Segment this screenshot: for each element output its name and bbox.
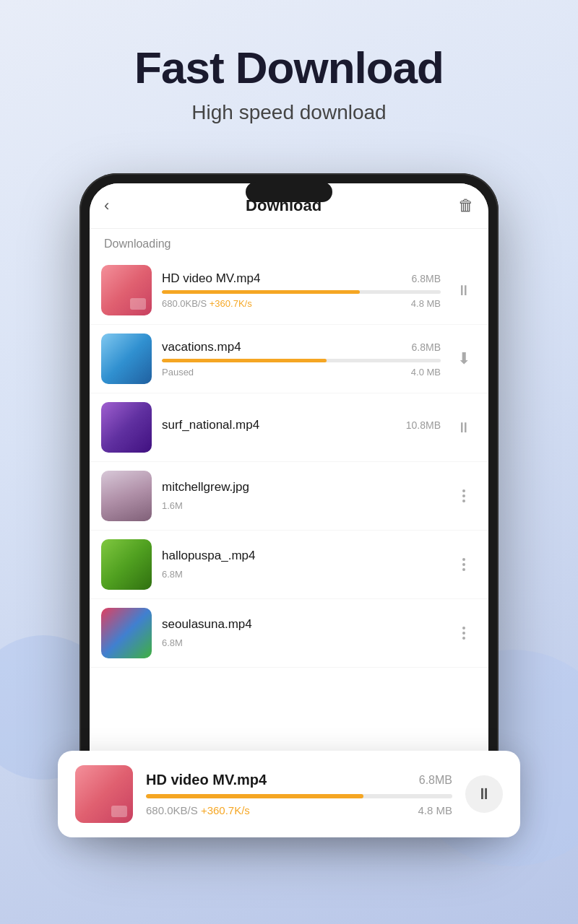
- progress-bg-2: [162, 359, 441, 362]
- download-item-4: mitchellgrew.jpg 1.6M: [90, 462, 488, 531]
- item-size-3: 10.8MB: [406, 419, 441, 431]
- item-action-3[interactable]: ⏸: [451, 419, 477, 436]
- main-subtitle: High speed download: [0, 101, 578, 124]
- item-status-2: Paused: [162, 367, 194, 378]
- back-button[interactable]: ‹: [104, 196, 109, 215]
- thumbnail-1: [101, 265, 152, 315]
- progress-fill-1: [162, 290, 360, 294]
- item-downloaded-2: 4.0 MB: [411, 367, 441, 378]
- popup-speed: 680.0KB/S +360.7K/s: [146, 804, 250, 816]
- download-item-6: seoulasuna.mp4 6.8M: [90, 599, 488, 668]
- item-content-6: seoulasuna.mp4 6.8M: [162, 617, 441, 649]
- item-action-6[interactable]: [451, 627, 477, 640]
- thumbnail-2: [101, 334, 152, 384]
- download-item-2: vacations.mp4 6.8MB Paused 4.0 MB ⬇: [90, 325, 488, 393]
- popup-thumbnail: [75, 765, 133, 823]
- item-content-3: surf_national.mp4 10.8MB: [162, 418, 441, 437]
- item-action-4[interactable]: [451, 489, 477, 502]
- page-header: Fast Download High speed download: [0, 0, 578, 146]
- item-action-5[interactable]: [451, 558, 477, 571]
- item-content-1: HD video MV.mp4 6.8MB 680.0KB/S +360.7K/…: [162, 271, 441, 309]
- popup-size: 6.8MB: [419, 774, 452, 787]
- popup-progress-bg: [146, 794, 452, 798]
- item-name-3: surf_national.mp4: [162, 418, 259, 432]
- item-size-2: 6.8MB: [412, 341, 441, 353]
- item-top-row-3: surf_national.mp4 10.8MB: [162, 418, 441, 432]
- more-icon-4: [451, 489, 477, 502]
- trash-button[interactable]: 🗑: [458, 196, 474, 215]
- speed-delta-1: +360.7K/s: [210, 298, 252, 309]
- thumbnail-5: [101, 539, 152, 590]
- item-size-5: 6.8M: [162, 569, 183, 580]
- popup-bottom-row: 680.0KB/S +360.7K/s 4.8 MB: [146, 804, 452, 816]
- popup-progress-fill: [146, 794, 363, 798]
- progress-bg-1: [162, 290, 441, 294]
- more-icon-6: [451, 627, 477, 640]
- popup-downloaded: 4.8 MB: [418, 804, 452, 816]
- thumbnail-6: [101, 608, 152, 658]
- item-top-row-5: hallopuspa_.mp4: [162, 549, 441, 563]
- popup-top-row: HD video MV.mp4 6.8MB: [146, 772, 452, 788]
- item-top-row-6: seoulasuna.mp4: [162, 617, 441, 632]
- download-item-1: HD video MV.mp4 6.8MB 680.0KB/S +360.7K/…: [90, 256, 488, 325]
- item-action-2[interactable]: ⬇: [451, 349, 477, 368]
- item-name-4: mitchellgrew.jpg: [162, 480, 249, 494]
- downloading-section-label: Downloading: [90, 229, 488, 256]
- phone-frame: ‹ Download 🗑 Downloading HD video MV.mp4…: [79, 173, 499, 823]
- popup-pause-icon: ⏸: [476, 785, 492, 803]
- item-size-6: 6.8M: [162, 637, 183, 648]
- item-bottom-row-2: Paused 4.0 MB: [162, 367, 441, 378]
- item-top-row-2: vacations.mp4 6.8MB: [162, 340, 441, 354]
- pause-icon-3: ⏸: [457, 419, 471, 435]
- phone-wrapper: ‹ Download 🗑 Downloading HD video MV.mp4…: [79, 173, 499, 823]
- download-item-3: surf_national.mp4 10.8MB ⏸: [90, 393, 488, 462]
- item-size-1: 6.8MB: [412, 273, 441, 284]
- phone-notch: [246, 182, 332, 202]
- popup-name: HD video MV.mp4: [146, 772, 267, 788]
- main-title: Fast Download: [0, 43, 578, 92]
- download-item-5: hallopuspa_.mp4 6.8M: [90, 531, 488, 599]
- item-name-5: hallopuspa_.mp4: [162, 549, 255, 563]
- progress-fill-2: [162, 359, 327, 362]
- popup-pause-button[interactable]: ⏸: [465, 775, 503, 813]
- item-size-4: 1.6M: [162, 500, 183, 511]
- popup-speed-delta: +360.7K/s: [201, 804, 250, 816]
- item-name-2: vacations.mp4: [162, 340, 241, 354]
- item-speed-1: 680.0KB/S +360.7K/s: [162, 298, 252, 309]
- item-bottom-row-1: 680.0KB/S +360.7K/s 4.8 MB: [162, 298, 441, 309]
- thumbnail-3: [101, 402, 152, 453]
- popup-content: HD video MV.mp4 6.8MB 680.0KB/S +360.7K/…: [146, 772, 452, 816]
- item-content-2: vacations.mp4 6.8MB Paused 4.0 MB: [162, 340, 441, 378]
- item-name-1: HD video MV.mp4: [162, 271, 260, 286]
- item-action-1[interactable]: ⏸: [451, 282, 477, 299]
- item-top-row-1: HD video MV.mp4 6.8MB: [162, 271, 441, 286]
- pause-icon-1: ⏸: [457, 282, 471, 298]
- item-content-4: mitchellgrew.jpg 1.6M: [162, 480, 441, 512]
- phone-screen: ‹ Download 🗑 Downloading HD video MV.mp4…: [90, 183, 488, 813]
- item-content-5: hallopuspa_.mp4 6.8M: [162, 549, 441, 580]
- popup-card: HD video MV.mp4 6.8MB 680.0KB/S +360.7K/…: [58, 751, 520, 837]
- download-icon-2: ⬇: [457, 349, 470, 367]
- item-downloaded-1: 4.8 MB: [411, 298, 441, 309]
- item-name-6: seoulasuna.mp4: [162, 617, 252, 632]
- more-icon-5: [451, 558, 477, 571]
- thumbnail-4: [101, 471, 152, 521]
- item-top-row-4: mitchellgrew.jpg: [162, 480, 441, 494]
